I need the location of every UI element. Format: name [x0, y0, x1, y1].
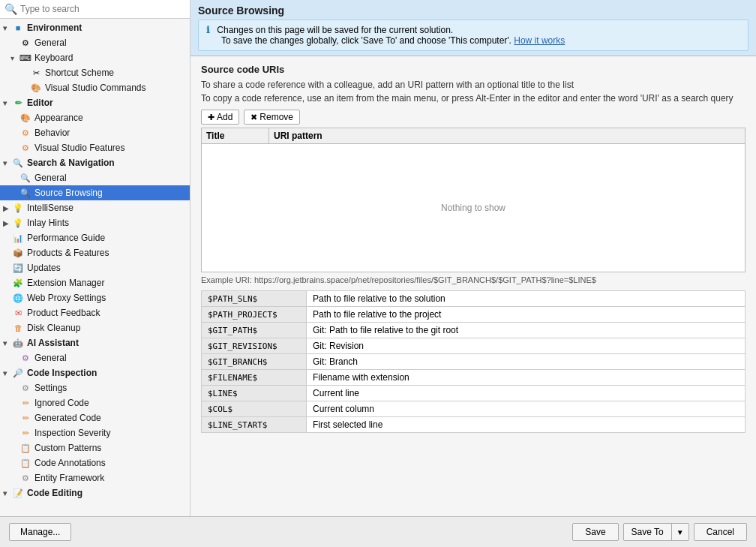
variable-desc: Git: Path to file relative to the git ro…: [307, 323, 746, 338]
uri-table: Title URI pattern Nothing to show: [201, 128, 746, 272]
inlay-hints-icon: 💡: [12, 217, 24, 229]
variable-name: $COL$: [202, 401, 307, 417]
custom-patterns-icon: 📋: [20, 442, 32, 454]
add-button[interactable]: ✚ Add: [201, 110, 239, 125]
editor-icon: ✏: [12, 97, 24, 109]
sidebar-item-vs-commands[interactable]: 🎨 Visual Studio Commands: [0, 80, 190, 95]
sidebar-item-appearance[interactable]: 🎨 Appearance: [0, 110, 190, 125]
gear-icon: ⚙: [20, 37, 32, 49]
ignored-code-icon: ✏: [20, 397, 32, 409]
appearance-icon: 🎨: [20, 112, 32, 124]
behavior-icon: ⚙: [20, 127, 32, 139]
variable-name: $FILENAME$: [202, 370, 307, 386]
sidebar-item-general[interactable]: ⚙ General: [0, 35, 190, 50]
variable-desc: Git: Branch: [307, 354, 746, 370]
info-banner: ℹ Changes on this page will be saved for…: [198, 20, 748, 51]
sidebar-item-disk-cleanup[interactable]: 🗑 Disk Cleanup: [0, 320, 190, 335]
code-editing-icon: 📝: [12, 487, 24, 499]
ai-general-icon: ⚙: [20, 352, 32, 364]
perf-guide-icon: 📊: [12, 232, 24, 244]
sidebar: 🔍 ▾ ■ Environment ⚙ General ▾ ⌨ Keyboard: [0, 0, 190, 516]
save-to-arrow-icon[interactable]: ▼: [672, 525, 688, 539]
sidebar-item-search-nav[interactable]: ▾ 🔍 Search & Navigation: [0, 155, 190, 170]
sidebar-item-inspection-severity[interactable]: ✏ Inspection Severity: [0, 425, 190, 440]
env-icon: ■: [12, 22, 24, 34]
col-title-header: Title: [202, 128, 269, 143]
remove-button[interactable]: ✖ Remove: [244, 110, 300, 125]
page-title: Source Browsing: [198, 5, 748, 17]
variable-name: $PATH_PROJECT$: [202, 307, 307, 323]
sidebar-item-entity-framework[interactable]: ⚙ Entity Framework: [0, 470, 190, 485]
sidebar-item-perf-guide[interactable]: 📊 Performance Guide: [0, 230, 190, 245]
save-button[interactable]: Save: [572, 523, 618, 541]
sidebar-item-product-feedback[interactable]: ✉ Product Feedback: [0, 305, 190, 320]
products-features-icon: 📦: [12, 247, 24, 259]
content-header: Source Browsing ℹ Changes on this page w…: [190, 0, 756, 56]
cancel-button[interactable]: Cancel: [694, 523, 747, 541]
sidebar-item-source-browsing[interactable]: 🔍 Source Browsing: [0, 185, 190, 200]
how-it-works-link[interactable]: How it works: [514, 35, 565, 46]
source-browsing-icon: 🔍: [20, 187, 32, 199]
content-area: Source Browsing ℹ Changes on this page w…: [190, 0, 756, 516]
bottom-left: Manage...: [9, 523, 71, 541]
sidebar-item-ai-general[interactable]: ⚙ General: [0, 350, 190, 365]
product-feedback-icon: ✉: [12, 307, 24, 319]
banner-line2: To save the changes globally, click 'Sav…: [221, 35, 512, 46]
sidebar-item-keyboard[interactable]: ▾ ⌨ Keyboard: [0, 50, 190, 65]
settings-icon: ⚙: [20, 382, 32, 394]
sidebar-item-intellisense[interactable]: ▶ 💡 IntelliSense: [0, 200, 190, 215]
sidebar-item-environment[interactable]: ▾ ■ Environment: [0, 20, 190, 35]
remove-icon: ✖: [250, 113, 257, 122]
sidebar-item-extension-manager[interactable]: 🧩 Extension Manager: [0, 275, 190, 290]
variable-name: $GIT_REVISION$: [202, 338, 307, 354]
ai-assistant-icon: 🤖: [12, 337, 24, 349]
table-row: $GIT_PATH$ Git: Path to file relative to…: [202, 323, 746, 338]
save-to-button[interactable]: Save To ▼: [623, 523, 689, 541]
inspection-severity-icon: ✏: [20, 427, 32, 439]
variable-name: $LINE_START$: [202, 417, 307, 433]
remove-label: Remove: [260, 112, 293, 122]
sidebar-item-settings[interactable]: ⚙ Settings: [0, 380, 190, 395]
sidebar-item-shortcut-scheme[interactable]: ✂ Shortcut Scheme: [0, 65, 190, 80]
bottom-bar: Manage... Save Save To ▼ Cancel: [0, 516, 756, 547]
sidebar-item-ignored-code[interactable]: ✏ Ignored Code: [0, 395, 190, 410]
table-row: $FILENAME$ Filename with extension: [202, 370, 746, 386]
save-to-label[interactable]: Save To: [624, 524, 672, 540]
variable-name: $PATH_SLN$: [202, 291, 307, 307]
desc2: To copy a code reference, use an item fr…: [201, 93, 746, 104]
general2-icon: 🔍: [20, 172, 32, 184]
sidebar-item-code-editing[interactable]: ▾ 📝 Code Editing: [0, 485, 190, 500]
vs-features-icon: ⚙: [20, 142, 32, 154]
sidebar-item-vs-features[interactable]: ⚙ Visual Studio Features: [0, 140, 190, 155]
add-label: Add: [217, 112, 232, 122]
extension-manager-icon: 🧩: [12, 277, 24, 289]
sidebar-item-custom-patterns[interactable]: 📋 Custom Patterns: [0, 440, 190, 455]
sidebar-item-products-features[interactable]: 📦 Products & Features: [0, 245, 190, 260]
sidebar-item-ai-assistant[interactable]: ▾ 🤖 AI Assistant: [0, 335, 190, 350]
variable-desc: Git: Revision: [307, 338, 746, 354]
manage-button[interactable]: Manage...: [9, 523, 71, 541]
table-row: $GIT_BRANCH$ Git: Branch: [202, 354, 746, 370]
variable-name: $LINE$: [202, 386, 307, 401]
variable-desc: First selected line: [307, 417, 746, 433]
sidebar-item-updates[interactable]: 🔄 Updates: [0, 260, 190, 275]
sidebar-item-general2[interactable]: 🔍 General: [0, 170, 190, 185]
sidebar-item-editor[interactable]: ▾ ✏ Editor: [0, 95, 190, 110]
web-proxy-icon: 🌐: [12, 292, 24, 304]
code-annotations-icon: 📋: [20, 457, 32, 469]
sidebar-item-code-inspection[interactable]: ▾ 🔎 Code Inspection: [0, 365, 190, 380]
content-body: Source code URIs To share a code referen…: [190, 56, 756, 516]
empty-text: Nothing to show: [441, 203, 506, 213]
source-code-uris-title: Source code URIs: [201, 64, 746, 75]
sidebar-item-web-proxy[interactable]: 🌐 Web Proxy Settings: [0, 290, 190, 305]
sidebar-item-code-annotations[interactable]: 📋 Code Annotations: [0, 455, 190, 470]
variable-name: $GIT_PATH$: [202, 323, 307, 338]
variable-desc: Current line: [307, 386, 746, 401]
sidebar-item-label: Environment: [27, 23, 82, 33]
sidebar-item-inlay-hints[interactable]: ▶ 💡 Inlay Hints: [0, 215, 190, 230]
sidebar-item-behavior[interactable]: ⚙ Behavior: [0, 125, 190, 140]
sidebar-item-generated-code[interactable]: ✏ Generated Code: [0, 410, 190, 425]
search-input[interactable]: [20, 4, 185, 14]
uri-table-header: Title URI pattern: [202, 128, 745, 144]
col-uri-header: URI pattern: [269, 128, 327, 143]
